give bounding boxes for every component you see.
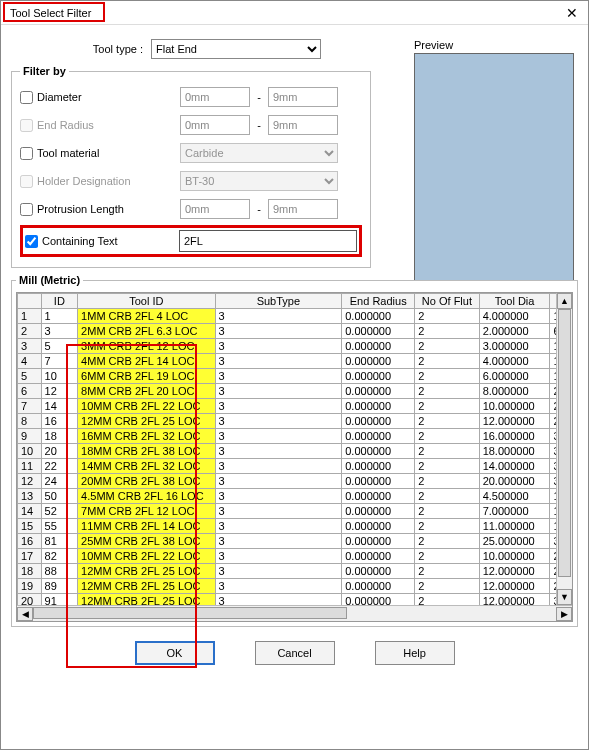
tool-id-cell[interactable]: 12MM CRB 2FL 25 LOC — [78, 564, 215, 579]
col-header[interactable]: ID — [41, 294, 78, 309]
cell[interactable]: 3 — [215, 309, 342, 324]
cell[interactable]: 88 — [41, 564, 78, 579]
cell[interactable]: 3 — [215, 489, 342, 504]
tool-id-cell[interactable]: 18MM CRB 2FL 38 LOC — [78, 444, 215, 459]
cell[interactable]: 24 — [41, 474, 78, 489]
cell[interactable]: 3 — [215, 519, 342, 534]
diameter-check[interactable]: Diameter — [20, 91, 180, 104]
cell[interactable]: 5 — [18, 369, 42, 384]
cell[interactable]: 7 — [41, 354, 78, 369]
col-header[interactable]: Tool Dia — [479, 294, 550, 309]
cell[interactable]: 2 — [415, 474, 479, 489]
cell[interactable]: 25.000000 — [479, 534, 550, 549]
cell[interactable]: 14 — [18, 504, 42, 519]
diameter-checkbox[interactable] — [20, 91, 33, 104]
cell[interactable]: 2 — [415, 384, 479, 399]
cell[interactable]: 2 — [415, 399, 479, 414]
cell[interactable]: 3 — [215, 384, 342, 399]
cancel-button[interactable]: Cancel — [255, 641, 335, 665]
col-header[interactable] — [18, 294, 42, 309]
cell[interactable]: 3 — [215, 444, 342, 459]
cell[interactable]: 4.500000 — [479, 489, 550, 504]
cell[interactable]: 2 — [415, 504, 479, 519]
cell[interactable]: 0.000000 — [342, 369, 415, 384]
cell[interactable]: 12.000000 — [479, 564, 550, 579]
tool-id-cell[interactable]: 14MM CRB 2FL 32 LOC — [78, 459, 215, 474]
tool-id-cell[interactable]: 10MM CRB 2FL 22 LOC — [78, 549, 215, 564]
cell[interactable]: 3 — [215, 504, 342, 519]
cell[interactable]: 12 — [18, 474, 42, 489]
cell[interactable]: 12.000000 — [479, 414, 550, 429]
tool-id-cell[interactable]: 25MM CRB 2FL 38 LOC — [78, 534, 215, 549]
ok-button[interactable]: OK — [135, 641, 215, 665]
tool-id-cell[interactable]: 1MM CRB 2FL 4 LOC — [78, 309, 215, 324]
cell[interactable]: 3 — [215, 339, 342, 354]
cell[interactable]: 2 — [415, 489, 479, 504]
cell[interactable]: 3 — [215, 459, 342, 474]
cell[interactable]: 0.000000 — [342, 429, 415, 444]
cell[interactable]: 8 — [18, 414, 42, 429]
table-row[interactable]: 81612MM CRB 2FL 25 LOC30.000000212.00000… — [18, 414, 572, 429]
scroll-up-icon[interactable]: ▲ — [557, 293, 572, 309]
cell[interactable]: 18.000000 — [479, 444, 550, 459]
cell[interactable]: 7 — [18, 399, 42, 414]
col-header[interactable]: SubType — [215, 294, 342, 309]
cell[interactable]: 3 — [215, 369, 342, 384]
cell[interactable]: 81 — [41, 534, 78, 549]
vertical-scrollbar[interactable]: ▲ ▼ — [556, 293, 572, 605]
cell[interactable]: 8.000000 — [479, 384, 550, 399]
cell[interactable]: 10.000000 — [479, 399, 550, 414]
table-row[interactable]: 91816MM CRB 2FL 32 LOC30.000000216.00000… — [18, 429, 572, 444]
table-row[interactable]: 122420MM CRB 2FL 38 LOC30.000000220.0000… — [18, 474, 572, 489]
cell[interactable]: 0.000000 — [342, 309, 415, 324]
table-row[interactable]: 198912MM CRB 2FL 25 LOC30.000000212.0000… — [18, 579, 572, 594]
cell[interactable]: 2.000000 — [479, 324, 550, 339]
cell[interactable]: 3 — [215, 474, 342, 489]
cell[interactable]: 3 — [215, 534, 342, 549]
table-row[interactable]: 71410MM CRB 2FL 22 LOC30.000000210.00000… — [18, 399, 572, 414]
tool-id-cell[interactable]: 4MM CRB 2FL 14 LOC — [78, 354, 215, 369]
scroll-right-icon[interactable]: ▶ — [556, 607, 572, 621]
tool-id-cell[interactable]: 10MM CRB 2FL 22 LOC — [78, 399, 215, 414]
cell[interactable]: 18 — [18, 564, 42, 579]
cell[interactable]: 0.000000 — [342, 534, 415, 549]
containing-text-check[interactable]: Containing Text — [25, 235, 179, 248]
cell[interactable]: 2 — [415, 339, 479, 354]
cell[interactable]: 0.000000 — [342, 474, 415, 489]
cell[interactable]: 9 — [18, 429, 42, 444]
cell[interactable]: 0.000000 — [342, 324, 415, 339]
cell[interactable]: 2 — [415, 459, 479, 474]
table-row[interactable]: 14527MM CRB 2FL 12 LOC30.00000027.000000… — [18, 504, 572, 519]
tool-material-check[interactable]: Tool material — [20, 147, 180, 160]
cell[interactable]: 2 — [415, 519, 479, 534]
cell[interactable]: 55 — [41, 519, 78, 534]
cell[interactable]: 3 — [215, 579, 342, 594]
table-row[interactable]: 111MM CRB 2FL 4 LOC30.00000024.00000010 — [18, 309, 572, 324]
cell[interactable]: 3 — [215, 564, 342, 579]
cell[interactable]: 82 — [41, 549, 78, 564]
cell[interactable]: 0.000000 — [342, 384, 415, 399]
col-header[interactable]: End Radius — [342, 294, 415, 309]
table-row[interactable]: 5106MM CRB 2FL 19 LOC30.00000026.0000001… — [18, 369, 572, 384]
containing-text-checkbox[interactable] — [25, 235, 38, 248]
table-row[interactable]: 168125MM CRB 2FL 38 LOC30.000000225.0000… — [18, 534, 572, 549]
cell[interactable]: 2 — [415, 429, 479, 444]
cell[interactable]: 20.000000 — [479, 474, 550, 489]
cell[interactable]: 6.000000 — [479, 369, 550, 384]
cell[interactable]: 7.000000 — [479, 504, 550, 519]
cell[interactable]: 3 — [215, 399, 342, 414]
table-row[interactable]: 112214MM CRB 2FL 32 LOC30.000000214.0000… — [18, 459, 572, 474]
cell[interactable]: 17 — [18, 549, 42, 564]
cell[interactable]: 2 — [415, 354, 479, 369]
vscroll-thumb[interactable] — [558, 309, 571, 577]
table-row[interactable]: 13504.5MM CRB 2FL 16 LOC30.00000024.5000… — [18, 489, 572, 504]
diameter-to[interactable] — [268, 87, 338, 107]
cell[interactable]: 16 — [41, 414, 78, 429]
tool-material-checkbox[interactable] — [20, 147, 33, 160]
tool-material-select[interactable]: Carbide — [180, 143, 338, 163]
cell[interactable]: 0.000000 — [342, 549, 415, 564]
table-row[interactable]: 178210MM CRB 2FL 22 LOC30.000000210.0000… — [18, 549, 572, 564]
cell[interactable]: 22 — [41, 459, 78, 474]
cell[interactable]: 3 — [215, 354, 342, 369]
cell[interactable]: 10 — [18, 444, 42, 459]
